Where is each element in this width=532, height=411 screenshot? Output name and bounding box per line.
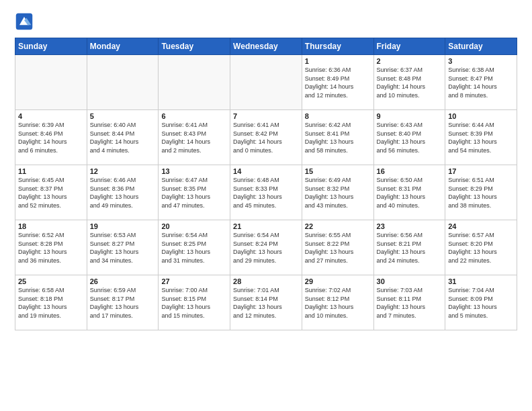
day-cell-31: 31Sunrise: 7:04 AM Sunset: 8:09 PM Dayli… [445,275,517,330]
day-number: 30 [377,277,443,285]
day-info: Sunrise: 6:45 AM Sunset: 8:37 PM Dayligh… [18,176,84,210]
day-number: 22 [305,222,371,230]
calendar: SundayMondayTuesdayWednesdayThursdayFrid… [15,38,517,330]
day-cell-27: 27Sunrise: 7:00 AM Sunset: 8:15 PM Dayli… [159,275,230,330]
day-number: 21 [233,222,299,230]
day-number: 27 [161,277,227,285]
day-number: 6 [161,112,227,120]
empty-cell [87,55,159,110]
weekday-header-thursday: Thursday [302,38,373,55]
logo-icon [15,12,34,31]
day-number: 28 [233,277,299,285]
day-info: Sunrise: 7:03 AM Sunset: 8:11 PM Dayligh… [377,286,443,320]
day-number: 26 [90,277,156,285]
day-cell-4: 4Sunrise: 6:39 AM Sunset: 8:46 PM Daylig… [15,110,87,165]
day-info: Sunrise: 6:54 AM Sunset: 8:25 PM Dayligh… [161,231,227,265]
day-cell-1: 1Sunrise: 6:36 AM Sunset: 8:49 PM Daylig… [302,55,373,110]
day-info: Sunrise: 6:43 AM Sunset: 8:40 PM Dayligh… [377,121,443,154]
day-cell-9: 9Sunrise: 6:43 AM Sunset: 8:40 PM Daylig… [373,110,445,165]
day-cell-14: 14Sunrise: 6:48 AM Sunset: 8:33 PM Dayli… [230,165,302,220]
day-number: 4 [18,112,84,120]
day-cell-12: 12Sunrise: 6:46 AM Sunset: 8:36 PM Dayli… [87,165,159,220]
day-info: Sunrise: 6:49 AM Sunset: 8:32 PM Dayligh… [305,176,371,210]
day-number: 12 [90,167,156,175]
weekday-header-wednesday: Wednesday [230,38,302,55]
day-cell-20: 20Sunrise: 6:54 AM Sunset: 8:25 PM Dayli… [159,220,230,275]
day-info: Sunrise: 6:36 AM Sunset: 8:49 PM Dayligh… [305,66,371,99]
calendar-row-4: 18Sunrise: 6:52 AM Sunset: 8:28 PM Dayli… [15,220,517,275]
empty-cell [159,55,230,110]
day-number: 31 [448,277,514,285]
day-cell-10: 10Sunrise: 6:44 AM Sunset: 8:39 PM Dayli… [445,110,517,165]
day-info: Sunrise: 7:00 AM Sunset: 8:15 PM Dayligh… [161,286,227,320]
day-cell-13: 13Sunrise: 6:47 AM Sunset: 8:35 PM Dayli… [159,165,230,220]
day-info: Sunrise: 6:41 AM Sunset: 8:43 PM Dayligh… [161,121,227,154]
calendar-row-2: 4Sunrise: 6:39 AM Sunset: 8:46 PM Daylig… [15,110,517,165]
day-cell-7: 7Sunrise: 6:41 AM Sunset: 8:42 PM Daylig… [230,110,302,165]
weekday-header-friday: Friday [373,38,445,55]
weekday-header-row: SundayMondayTuesdayWednesdayThursdayFrid… [15,38,517,55]
weekday-header-sunday: Sunday [15,38,87,55]
day-info: Sunrise: 6:47 AM Sunset: 8:35 PM Dayligh… [161,176,227,210]
day-cell-16: 16Sunrise: 6:50 AM Sunset: 8:31 PM Dayli… [373,165,445,220]
day-cell-22: 22Sunrise: 6:55 AM Sunset: 8:22 PM Dayli… [302,220,373,275]
weekday-header-monday: Monday [87,38,159,55]
header [15,12,517,31]
day-info: Sunrise: 6:40 AM Sunset: 8:44 PM Dayligh… [90,121,156,154]
day-info: Sunrise: 6:57 AM Sunset: 8:20 PM Dayligh… [448,231,514,265]
day-cell-23: 23Sunrise: 6:56 AM Sunset: 8:21 PM Dayli… [373,220,445,275]
day-info: Sunrise: 6:54 AM Sunset: 8:24 PM Dayligh… [233,231,299,265]
day-number: 9 [377,112,443,120]
day-number: 5 [90,112,156,120]
day-number: 24 [448,222,514,230]
day-number: 7 [233,112,299,120]
day-number: 1 [305,57,371,65]
page: SundayMondayTuesdayWednesdayThursdayFrid… [0,0,532,411]
day-cell-29: 29Sunrise: 7:02 AM Sunset: 8:12 PM Dayli… [302,275,373,330]
calendar-row-5: 25Sunrise: 6:58 AM Sunset: 8:18 PM Dayli… [15,275,517,330]
day-info: Sunrise: 6:50 AM Sunset: 8:31 PM Dayligh… [377,176,443,210]
day-number: 3 [448,57,514,65]
day-info: Sunrise: 6:48 AM Sunset: 8:33 PM Dayligh… [233,176,299,210]
day-cell-3: 3Sunrise: 6:38 AM Sunset: 8:47 PM Daylig… [445,55,517,110]
day-number: 16 [377,167,443,175]
day-number: 8 [305,112,371,120]
day-info: Sunrise: 6:52 AM Sunset: 8:28 PM Dayligh… [18,231,84,265]
weekday-header-tuesday: Tuesday [159,38,230,55]
day-cell-30: 30Sunrise: 7:03 AM Sunset: 8:11 PM Dayli… [373,275,445,330]
day-number: 17 [448,167,514,175]
day-cell-21: 21Sunrise: 6:54 AM Sunset: 8:24 PM Dayli… [230,220,302,275]
day-info: Sunrise: 7:04 AM Sunset: 8:09 PM Dayligh… [448,286,514,320]
day-number: 29 [305,277,371,285]
day-cell-18: 18Sunrise: 6:52 AM Sunset: 8:28 PM Dayli… [15,220,87,275]
day-number: 18 [18,222,84,230]
day-info: Sunrise: 6:55 AM Sunset: 8:22 PM Dayligh… [305,231,371,265]
day-cell-8: 8Sunrise: 6:42 AM Sunset: 8:41 PM Daylig… [302,110,373,165]
day-number: 10 [448,112,514,120]
day-number: 2 [377,57,443,65]
day-cell-11: 11Sunrise: 6:45 AM Sunset: 8:37 PM Dayli… [15,165,87,220]
calendar-row-3: 11Sunrise: 6:45 AM Sunset: 8:37 PM Dayli… [15,165,517,220]
day-info: Sunrise: 6:53 AM Sunset: 8:27 PM Dayligh… [90,231,156,265]
day-info: Sunrise: 6:41 AM Sunset: 8:42 PM Dayligh… [233,121,299,154]
day-number: 11 [18,167,84,175]
day-cell-25: 25Sunrise: 6:58 AM Sunset: 8:18 PM Dayli… [15,275,87,330]
empty-cell [15,55,87,110]
day-info: Sunrise: 7:01 AM Sunset: 8:14 PM Dayligh… [233,286,299,320]
day-cell-15: 15Sunrise: 6:49 AM Sunset: 8:32 PM Dayli… [302,165,373,220]
day-number: 20 [161,222,227,230]
day-cell-6: 6Sunrise: 6:41 AM Sunset: 8:43 PM Daylig… [159,110,230,165]
day-info: Sunrise: 6:51 AM Sunset: 8:29 PM Dayligh… [448,176,514,210]
weekday-header-saturday: Saturday [445,38,517,55]
day-cell-28: 28Sunrise: 7:01 AM Sunset: 8:14 PM Dayli… [230,275,302,330]
day-number: 14 [233,167,299,175]
day-info: Sunrise: 6:46 AM Sunset: 8:36 PM Dayligh… [90,176,156,210]
day-cell-2: 2Sunrise: 6:37 AM Sunset: 8:48 PM Daylig… [373,55,445,110]
day-info: Sunrise: 6:59 AM Sunset: 8:17 PM Dayligh… [90,286,156,320]
day-cell-26: 26Sunrise: 6:59 AM Sunset: 8:17 PM Dayli… [87,275,159,330]
day-cell-19: 19Sunrise: 6:53 AM Sunset: 8:27 PM Dayli… [87,220,159,275]
day-cell-24: 24Sunrise: 6:57 AM Sunset: 8:20 PM Dayli… [445,220,517,275]
day-number: 19 [90,222,156,230]
day-info: Sunrise: 6:37 AM Sunset: 8:48 PM Dayligh… [377,66,443,99]
day-info: Sunrise: 6:44 AM Sunset: 8:39 PM Dayligh… [448,121,514,154]
